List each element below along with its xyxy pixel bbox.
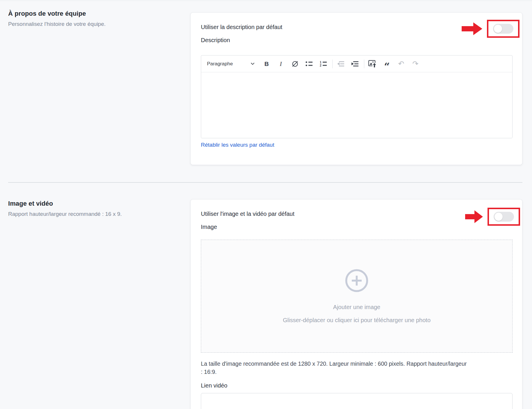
settings-page: À propos de votre équipe Personnalisez l… bbox=[0, 0, 532, 409]
svg-text:1: 1 bbox=[320, 61, 322, 64]
dropzone-hint: Glisser-déplacer ou cliquer ici pour tél… bbox=[283, 317, 431, 324]
red-arrow-icon bbox=[465, 210, 483, 223]
indent-icon bbox=[351, 61, 359, 67]
image-dropzone[interactable]: Ajouter une image Glisser-déplacer ou cl… bbox=[201, 240, 513, 353]
plus-circle-icon bbox=[345, 269, 368, 292]
insert-image-button[interactable] bbox=[368, 59, 377, 69]
bold-button[interactable]: B bbox=[262, 59, 271, 69]
image-size-note: La taille d'image recommandée est de 128… bbox=[201, 360, 513, 376]
section-subtitle: Rapport hauteur/largeur recommandé : 16 … bbox=[8, 211, 177, 217]
italic-button[interactable]: I bbox=[276, 59, 285, 69]
toggle-knob bbox=[494, 213, 503, 221]
blockquote-button[interactable]: “ bbox=[383, 59, 391, 69]
use-default-description-toggle[interactable] bbox=[493, 24, 513, 34]
paragraph-style-dropdown[interactable]: Paragraphe bbox=[207, 61, 255, 67]
dropzone-title: Ajouter une image bbox=[333, 304, 380, 311]
image-upload-icon bbox=[368, 60, 377, 68]
svg-text:2: 2 bbox=[320, 64, 322, 67]
top-divider bbox=[0, 1, 532, 1]
undo-button[interactable]: ↶ bbox=[397, 59, 406, 69]
use-default-image-video-label: Utiliser l'image et la vidéo par défaut bbox=[201, 211, 463, 217]
numbered-list-icon: 1 2 bbox=[320, 61, 327, 67]
bulleted-list-icon bbox=[306, 61, 313, 67]
section-subtitle: Personnalisez l'histoire de votre équipe… bbox=[8, 21, 177, 27]
chevron-down-icon bbox=[251, 62, 255, 65]
outdent-button[interactable] bbox=[337, 59, 345, 69]
section-title: À propos de votre équipe bbox=[8, 10, 177, 17]
use-default-description-label: Utiliser la description par défaut bbox=[201, 24, 463, 31]
video-link-label: Lien vidéo bbox=[201, 382, 512, 389]
red-arrow-icon bbox=[462, 22, 483, 35]
annotation-media-toggle bbox=[465, 208, 520, 226]
link-button[interactable] bbox=[291, 59, 299, 69]
use-default-image-video-toggle[interactable] bbox=[494, 212, 514, 222]
red-highlight-box bbox=[488, 208, 520, 226]
reset-defaults-link[interactable]: Rétablir les valeurs par défaut bbox=[201, 142, 274, 148]
section-header-about-team: À propos de votre équipe Personnalisez l… bbox=[8, 10, 177, 27]
image-video-card: Utiliser l'image et la vidéo par défaut … bbox=[190, 199, 522, 409]
editor-toolbar: Paragraphe B I bbox=[201, 55, 512, 72]
outdent-icon bbox=[337, 61, 345, 67]
annotation-description-toggle bbox=[462, 20, 519, 38]
toolbar-separator bbox=[332, 60, 333, 68]
section-divider bbox=[8, 182, 522, 183]
link-icon bbox=[291, 60, 299, 68]
red-highlight-box bbox=[487, 20, 519, 38]
video-link-input[interactable] bbox=[201, 393, 513, 409]
toggle-knob bbox=[494, 25, 502, 33]
section-header-image-video: Image et vidéo Rapport hauteur/largeur r… bbox=[8, 200, 177, 217]
description-label: Description bbox=[201, 37, 512, 44]
toolbar-separator bbox=[364, 60, 364, 68]
bulleted-list-button[interactable] bbox=[305, 59, 314, 69]
indent-button[interactable] bbox=[351, 59, 360, 69]
paragraph-dropdown-value: Paragraphe bbox=[207, 61, 251, 67]
numbered-list-button[interactable]: 1 2 bbox=[319, 59, 328, 69]
description-editor-content[interactable] bbox=[201, 72, 512, 138]
description-editor: Paragraphe B I bbox=[201, 55, 513, 138]
about-team-card: Utiliser la description par défaut Descr… bbox=[190, 12, 522, 165]
redo-button[interactable]: ↷ bbox=[411, 59, 420, 69]
section-title: Image et vidéo bbox=[8, 200, 177, 207]
